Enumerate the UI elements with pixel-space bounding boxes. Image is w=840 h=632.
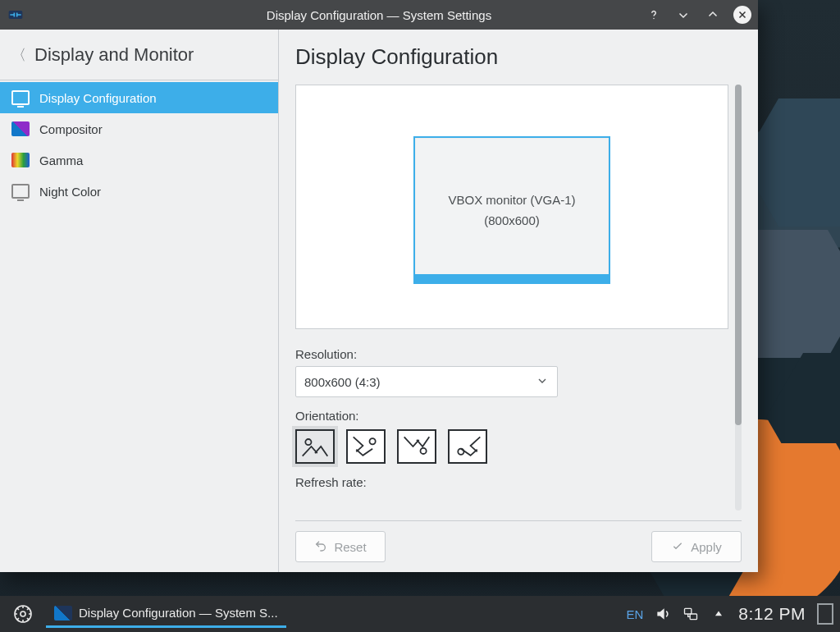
close-button[interactable] xyxy=(733,6,751,24)
taskbar-entry-system-settings[interactable]: Display Configuration — System S... xyxy=(46,600,286,628)
vertical-scrollbar[interactable] xyxy=(735,85,742,511)
svg-point-1 xyxy=(653,18,655,20)
refresh-field: Refresh rate: xyxy=(295,475,728,494)
monitor-icon xyxy=(11,90,30,105)
svg-rect-9 xyxy=(690,614,696,620)
sidebar-item-display-configuration[interactable]: Display Configuration xyxy=(0,82,278,113)
sidebar: 〈 Display and Monitor Display Configurat… xyxy=(0,30,279,572)
refresh-label: Refresh rate: xyxy=(295,475,728,489)
undo-icon xyxy=(314,539,327,555)
window-controls xyxy=(645,0,751,30)
sidebar-item-label: Gamma xyxy=(39,153,83,167)
orientation-normal-button[interactable] xyxy=(295,429,335,464)
sidebar-back[interactable]: 〈 Display and Monitor xyxy=(0,30,278,80)
show-desktop-button[interactable] xyxy=(817,606,833,622)
app-icon xyxy=(54,606,72,621)
svg-rect-8 xyxy=(685,608,692,614)
sidebar-item-gamma[interactable]: Gamma xyxy=(0,144,278,176)
taskbar: Display Configuration — System S... EN 8… xyxy=(0,596,840,632)
window-title: Display Configuration — System Settings xyxy=(267,8,491,22)
page-title: Display Configuration xyxy=(295,44,742,70)
display-layout-area[interactable]: VBOX monitor (VGA-1) (800x600) xyxy=(295,85,728,329)
monitor-resolution: (800x600) xyxy=(484,213,540,227)
chevron-down-icon xyxy=(536,374,549,390)
network-icon[interactable] xyxy=(682,606,699,622)
orientation-90-button[interactable] xyxy=(346,429,386,464)
svg-point-3 xyxy=(370,438,376,444)
sidebar-item-compositor[interactable]: Compositor xyxy=(0,113,278,144)
monitor-icon xyxy=(11,184,30,199)
orientation-180-button[interactable] xyxy=(397,429,436,464)
sidebar-heading: Display and Monitor xyxy=(34,44,194,66)
apply-label: Apply xyxy=(691,540,722,554)
help-button[interactable] xyxy=(645,6,663,24)
orientation-270-button[interactable] xyxy=(448,429,487,464)
monitor-tile[interactable]: VBOX monitor (VGA-1) (800x600) xyxy=(413,136,610,284)
monitor-base-decor xyxy=(413,274,610,284)
orientation-label: Orientation: xyxy=(295,409,728,423)
svg-point-2 xyxy=(305,439,311,445)
titlebar[interactable]: Display Configuration — System Settings xyxy=(0,0,758,30)
clock[interactable]: 8:12 PM xyxy=(738,604,806,624)
system-tray: EN 8:12 PM xyxy=(626,604,833,624)
svg-point-4 xyxy=(421,448,427,454)
app-icon xyxy=(7,6,25,24)
sidebar-item-label: Display Configuration xyxy=(39,91,157,105)
resolution-selected: 800x600 (4:3) xyxy=(304,375,381,389)
resolution-label: Resolution: xyxy=(295,347,728,361)
keyboard-layout-indicator[interactable]: EN xyxy=(626,607,643,621)
start-button[interactable] xyxy=(7,599,39,629)
sidebar-item-label: Compositor xyxy=(39,122,103,136)
svg-point-7 xyxy=(21,611,25,616)
gamma-icon xyxy=(11,153,30,167)
apply-button[interactable]: Apply xyxy=(651,531,742,562)
check-icon xyxy=(671,539,684,555)
maximize-button[interactable] xyxy=(704,6,722,24)
reset-label: Reset xyxy=(334,540,366,554)
minimize-button[interactable] xyxy=(674,6,692,24)
sidebar-list: Display Configuration Compositor Gamma N… xyxy=(0,80,278,207)
orientation-field: Orientation: xyxy=(295,409,728,464)
footer-buttons: Reset Apply xyxy=(295,520,742,562)
taskbar-entry-label: Display Configuration — System S... xyxy=(79,606,278,620)
volume-icon[interactable] xyxy=(655,606,671,622)
main-panel: Display Configuration VBOX monitor (VGA-… xyxy=(279,30,758,572)
system-settings-window: Display Configuration — System Settings … xyxy=(0,0,758,572)
resolution-field: Resolution: 800x600 (4:3) xyxy=(295,347,728,397)
sidebar-item-label: Night Color xyxy=(39,185,101,199)
sidebar-item-night-color[interactable]: Night Color xyxy=(0,176,278,207)
scroll-thumb[interactable] xyxy=(735,85,742,425)
monitor-name: VBOX monitor (VGA-1) xyxy=(448,193,575,207)
tray-expand-icon[interactable] xyxy=(710,606,727,622)
resolution-combobox[interactable]: 800x600 (4:3) xyxy=(295,366,558,397)
compositor-icon xyxy=(11,121,30,136)
chevron-left-icon: 〈 xyxy=(11,45,26,65)
reset-button[interactable]: Reset xyxy=(295,531,386,562)
